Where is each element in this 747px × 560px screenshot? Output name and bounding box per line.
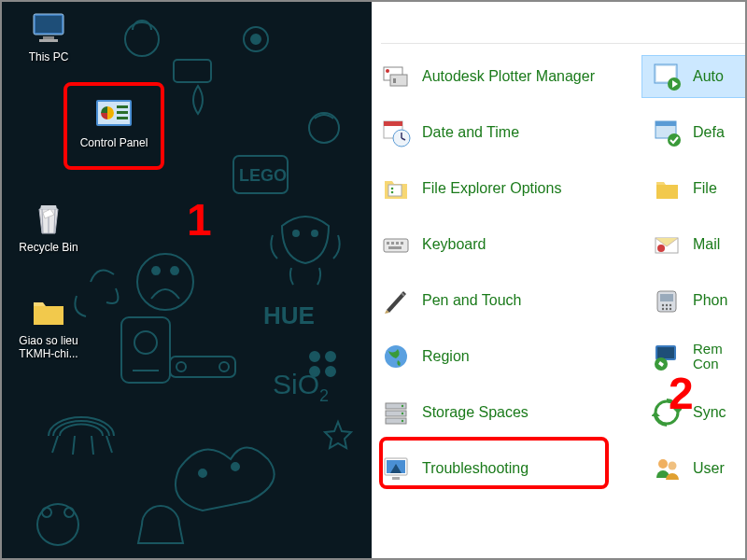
svg-point-23	[326, 367, 335, 376]
cp-label: Region	[422, 348, 470, 365]
svg-point-20	[310, 352, 319, 361]
svg-point-47	[668, 133, 681, 147]
svg-rect-69	[657, 347, 674, 358]
svg-rect-46	[655, 121, 676, 126]
control-panel-icon	[93, 95, 134, 133]
cp-item-default-programs[interactable]: Defa	[642, 112, 745, 153]
desktop: LEGO HUE SiO2 This PC	[2, 2, 372, 558]
desktop-icon-this-pc[interactable]: This PC	[7, 9, 90, 63]
svg-point-2	[251, 35, 261, 44]
cp-label: File Explorer Options	[422, 180, 561, 197]
default-programs-icon	[652, 118, 682, 147]
svg-rect-32	[117, 105, 128, 108]
file-history-icon	[652, 174, 682, 203]
cp-item-pen-touch[interactable]: Pen and Touch	[372, 280, 642, 321]
cp-item-keyboard[interactable]: Keyboard	[372, 224, 642, 265]
svg-point-76	[402, 420, 403, 422]
svg-point-75	[402, 413, 403, 414]
control-panel-item-list: Autodesk Plotter Manager Auto Date and T…	[372, 49, 745, 497]
cp-item-autodesk-plotter[interactable]: Autodesk Plotter Manager	[372, 56, 642, 97]
cp-item-mail[interactable]: Mail	[642, 224, 745, 265]
svg-rect-54	[396, 242, 399, 245]
cp-label: File	[693, 180, 717, 197]
annotation-step-1: 1	[187, 194, 212, 245]
cp-item-user-accounts[interactable]: User	[642, 448, 745, 489]
desktop-icon-label: This PC	[7, 50, 90, 63]
cp-label: Auto	[693, 68, 724, 85]
svg-point-81	[658, 459, 668, 469]
svg-point-19	[219, 362, 229, 371]
troubleshooting-icon	[381, 454, 411, 483]
globe-icon	[381, 342, 411, 371]
desktop-icon-control-panel[interactable]: Control Panel	[73, 95, 155, 149]
svg-rect-60	[660, 294, 673, 301]
svg-point-6	[137, 254, 193, 310]
svg-point-16	[309, 113, 339, 143]
cp-label: Rem Con	[693, 342, 738, 372]
svg-point-18	[176, 362, 186, 371]
control-panel-window: Autodesk Plotter Manager Auto Date and T…	[372, 2, 745, 558]
svg-point-66	[669, 308, 671, 310]
svg-point-1	[244, 27, 268, 51]
autoplay-icon	[652, 62, 682, 91]
cp-label: Pen and Touch	[422, 292, 521, 309]
svg-point-50	[391, 191, 394, 194]
cp-item-region[interactable]: Region	[372, 336, 642, 377]
cp-item-sync[interactable]: Sync	[642, 392, 745, 433]
svg-rect-14	[121, 317, 170, 383]
cp-item-phone[interactable]: Phon	[642, 280, 745, 321]
folder-options-icon	[381, 174, 411, 203]
this-pc-icon	[28, 9, 69, 47]
cp-label: Defa	[693, 124, 725, 141]
cp-item-troubleshooting[interactable]: Troubleshooting	[372, 448, 642, 489]
cp-item-date-time[interactable]: Date and Time	[372, 112, 642, 153]
sync-icon	[652, 398, 682, 427]
svg-point-0	[125, 22, 159, 56]
svg-rect-17	[170, 357, 235, 377]
plotter-icon	[381, 62, 411, 91]
clock-icon	[381, 118, 411, 147]
desktop-icon-folder[interactable]: Giao so lieu TKMH-chi...	[7, 293, 90, 361]
cp-label: Keyboard	[422, 236, 486, 253]
svg-text:HUE: HUE	[263, 301, 315, 329]
recycle-bin-icon	[28, 200, 69, 237]
cp-label: Storage Spaces	[422, 404, 529, 421]
cp-item-file-history[interactable]: File	[642, 168, 745, 209]
svg-rect-38	[393, 78, 396, 83]
desktop-icon-label: Giao so lieu TKMH-chi...	[7, 334, 90, 361]
svg-point-8	[312, 231, 317, 236]
svg-rect-43	[384, 121, 402, 126]
svg-point-64	[662, 308, 664, 310]
svg-rect-36	[390, 75, 407, 86]
svg-rect-48	[388, 185, 402, 196]
svg-point-13	[232, 463, 239, 470]
svg-rect-55	[401, 242, 403, 245]
svg-text:LEGO: LEGO	[239, 166, 287, 185]
svg-rect-52	[387, 242, 389, 245]
svg-point-74	[402, 405, 403, 407]
svg-text:SiO: SiO	[273, 369, 319, 399]
svg-point-62	[666, 304, 668, 306]
cp-item-file-explorer-options[interactable]: File Explorer Options	[372, 168, 642, 209]
svg-rect-3	[174, 60, 211, 82]
desktop-icon-recycle-bin[interactable]: Recycle Bin	[7, 200, 90, 254]
svg-point-24	[37, 504, 78, 545]
cp-item-storage-spaces[interactable]: Storage Spaces	[372, 392, 642, 433]
users-icon	[652, 454, 682, 483]
svg-point-49	[391, 188, 394, 190]
svg-rect-4	[233, 156, 288, 193]
wallpaper-doodles: LEGO HUE SiO2	[2, 2, 372, 558]
cp-label: Autodesk Plotter Manager	[422, 68, 595, 85]
svg-point-21	[326, 352, 335, 361]
keyboard-icon	[381, 230, 411, 259]
svg-rect-34	[117, 117, 128, 119]
svg-rect-27	[43, 36, 54, 39]
pen-icon	[381, 286, 411, 315]
cp-label: Mail	[693, 236, 720, 253]
svg-point-58	[657, 245, 665, 252]
cp-item-remote[interactable]: Rem Con	[642, 336, 745, 378]
remote-icon	[652, 342, 682, 371]
svg-point-61	[662, 304, 664, 306]
cp-item-autoplay[interactable]: Auto	[642, 56, 745, 97]
svg-point-37	[386, 69, 389, 73]
